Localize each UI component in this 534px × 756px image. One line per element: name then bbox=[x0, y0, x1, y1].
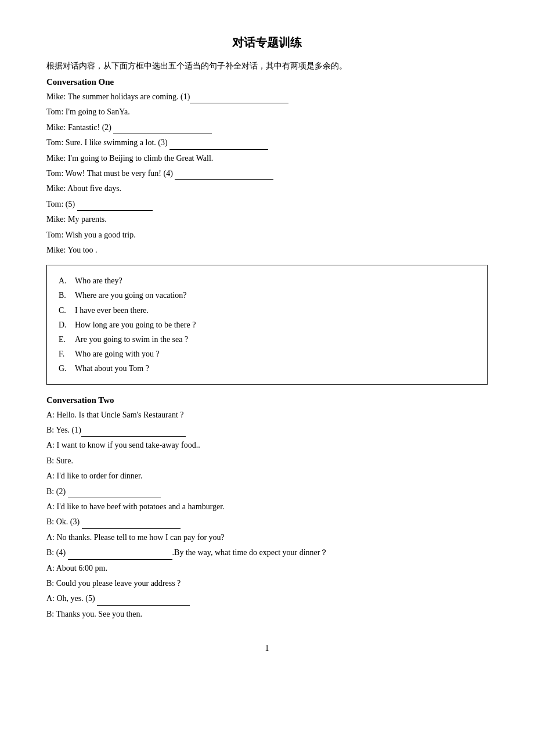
blank-conv2-4 bbox=[68, 552, 172, 560]
blank-conv1-3 bbox=[169, 142, 268, 150]
conv2-line-9: A: No thanks. Please tell to me how I ca… bbox=[46, 531, 488, 544]
conv2-line-4: B: Sure. bbox=[46, 455, 488, 467]
conv1-line-2: Tom: I'm going to SanYa. bbox=[46, 106, 488, 118]
conv2-line-12: B: Could you please leave your address ? bbox=[46, 577, 488, 590]
instructions: 根据对话内容，从下面方框中选出五个适当的句子补全对话，其中有两项是多余的。 bbox=[46, 61, 488, 71]
option-d: D. How long are you going to be there ? bbox=[59, 318, 475, 332]
blank-conv2-1 bbox=[81, 429, 186, 437]
conv2-line-13: A: Oh, yes. (5) bbox=[46, 592, 488, 605]
conv1-line-7: Mike: About five days. bbox=[46, 182, 488, 195]
conv2-section: Conversation Two A: Hello. Is that Uncle… bbox=[46, 395, 488, 621]
option-c: C. I have ever been there. bbox=[59, 303, 475, 318]
conv1-line-8: Tom: (5) bbox=[46, 198, 488, 211]
conv1-line-1: Mike: The summer holidays are coming. (1… bbox=[46, 91, 488, 103]
option-e: E. Are you going to swim in the sea ? bbox=[59, 332, 475, 347]
conv1-line-5: Mike: I'm going to Beijing to climb the … bbox=[46, 152, 488, 165]
conv2-line-1: A: Hello. Is that Uncle Sam's Restaurant… bbox=[46, 409, 488, 422]
conv1-line-3: Mike: Fantastic! (2) bbox=[46, 121, 488, 134]
conv2-line-10: B: (4) .By the way, what time do expect … bbox=[46, 546, 488, 559]
conv1-line-10: Tom: Wish you a good trip. bbox=[46, 229, 488, 242]
conv2-line-8: B: Ok. (3) bbox=[46, 516, 488, 528]
conv1-title: Conversation One bbox=[46, 77, 488, 87]
option-b: B. Where are you going on vacation? bbox=[59, 288, 475, 303]
blank-conv1-4 bbox=[175, 172, 273, 180]
conv2-line-7: A: I'd like to have beef with potatoes a… bbox=[46, 501, 488, 513]
conv1-line-6: Tom: Wow! That must be very fun! (4) bbox=[46, 167, 488, 180]
options-box: A. Who are they? B. Where are you going … bbox=[46, 265, 488, 384]
option-g: G. What about you Tom ? bbox=[59, 361, 475, 376]
conv2-title: Conversation Two bbox=[46, 395, 488, 405]
conv1-line-4: Tom: Sure. I like swimming a lot. (3) bbox=[46, 136, 488, 149]
page-number: 1 bbox=[46, 644, 488, 653]
conv2-line-14: B: Thanks you. See you then. bbox=[46, 608, 488, 621]
conv2-line-11: A: About 6:00 pm. bbox=[46, 562, 488, 575]
conv1-lines: Mike: The summer holidays are coming. (1… bbox=[46, 91, 488, 257]
blank-conv1-2 bbox=[113, 126, 212, 134]
blank-conv2-2 bbox=[68, 490, 161, 498]
conv1-line-9: Mike: My parents. bbox=[46, 213, 488, 226]
blank-conv2-3 bbox=[82, 521, 181, 529]
conv2-line-5: A: I'd like to order for dinner. bbox=[46, 470, 488, 483]
blank-conv2-5 bbox=[97, 597, 190, 606]
option-f: F. Who are going with you ? bbox=[59, 347, 475, 361]
page-title: 对话专题训练 bbox=[46, 35, 488, 51]
option-a: A. Who are they? bbox=[59, 273, 475, 288]
conv2-line-3: A: I want to know if you send take-away … bbox=[46, 439, 488, 452]
conv2-line-2: B: Yes. (1) bbox=[46, 424, 488, 437]
conv2-line-6: B: (2) bbox=[46, 485, 488, 498]
conv1-line-11: Mike: You too . bbox=[46, 244, 488, 257]
blank-conv1-5 bbox=[77, 203, 153, 211]
blank-conv1-1 bbox=[190, 95, 288, 103]
